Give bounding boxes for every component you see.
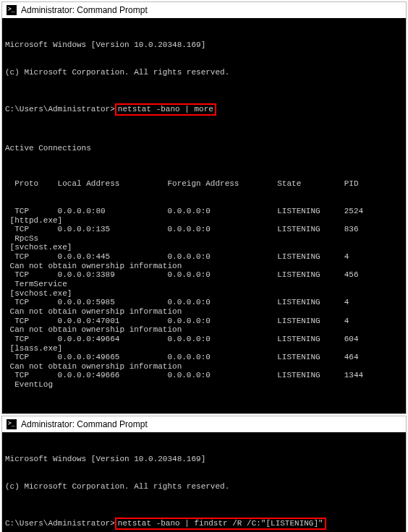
table-note: [svchost.exe] (5, 289, 403, 299)
table-note: Can not obtain ownership information (5, 262, 403, 271)
table-note: [lsass.exe] (5, 344, 403, 353)
command-line: C:\Users\Administrator>netstat -bano | f… (5, 518, 403, 530)
table-row: TCP 0.0.0.0:3389 0.0.0.0:0 LISTENING 456 (5, 270, 403, 280)
table-note: Can not obtain ownership information (5, 307, 403, 317)
cmd-icon (7, 5, 17, 15)
table-row: TCP 0.0.0.0:47001 0.0.0.0:0 LISTENING 4 (5, 317, 403, 326)
table-note: RpcSs (5, 234, 403, 244)
table-body: TCP 0.0.0.0:80 0.0.0.0:0 LISTENING 2524 … (5, 207, 403, 390)
window-title: Administrator: Command Prompt (21, 5, 148, 15)
command-highlight: netstat -bano | findstr /R /C:"[LISTENIN… (115, 518, 326, 530)
titlebar[interactable]: Administrator: Command Prompt (2, 416, 406, 432)
table-note: [svchost.exe] (5, 243, 403, 252)
window-title: Administrator: Command Prompt (21, 419, 148, 429)
section-title: Active Connections (5, 144, 403, 153)
cmd-window-1: Administrator: Command Prompt Microsoft … (1, 1, 407, 414)
banner-line: (c) Microsoft Corporation. All rights re… (5, 68, 403, 77)
table-row: TCP 0.0.0.0:49664 0.0.0.0:0 LISTENING 60… (5, 335, 403, 344)
terminal-output[interactable]: Microsoft Windows [Version 10.0.20348.16… (2, 432, 406, 532)
cmd-icon (7, 419, 17, 429)
table-note: TermService (5, 280, 403, 289)
cmd-window-2: Administrator: Command Prompt Microsoft … (1, 416, 407, 532)
table-row: TCP 0.0.0.0:445 0.0.0.0:0 LISTENING 4 (5, 252, 403, 262)
command-line: C:\Users\Administrator>netstat -bano | m… (5, 103, 403, 116)
titlebar[interactable]: Administrator: Command Prompt (2, 2, 406, 18)
table-row: TCP 0.0.0.0:135 0.0.0.0:0 LISTENING 836 (5, 225, 403, 234)
table-row: TCP 0.0.0.0:80 0.0.0.0:0 LISTENING 2524 (5, 207, 403, 216)
prompt: C:\Users\Administrator> (5, 105, 115, 113)
table-row: TCP 0.0.0.0:49665 0.0.0.0:0 LISTENING 46… (5, 353, 403, 362)
terminal-output[interactable]: Microsoft Windows [Version 10.0.20348.16… (2, 18, 406, 413)
table-header: Proto Local Address Foreign Address Stat… (5, 179, 403, 189)
table-row: TCP 0.0.0.0:5985 0.0.0.0:0 LISTENING 4 (5, 298, 403, 307)
table-note: Can not obtain ownership information (5, 325, 403, 335)
banner-line: Microsoft Windows [Version 10.0.20348.16… (5, 40, 403, 50)
table-note: EventLog (5, 380, 403, 390)
banner-line: Microsoft Windows [Version 10.0.20348.16… (5, 455, 403, 464)
command-highlight: netstat -bano | more (115, 103, 216, 116)
table-note: Can not obtain ownership information (5, 362, 403, 372)
table-note: [httpd.exe] (5, 216, 403, 226)
banner-line: (c) Microsoft Corporation. All rights re… (5, 482, 403, 492)
prompt: C:\Users\Administrator> (5, 519, 115, 528)
table-row: TCP 0.0.0.0:49666 0.0.0.0:0 LISTENING 13… (5, 371, 403, 380)
